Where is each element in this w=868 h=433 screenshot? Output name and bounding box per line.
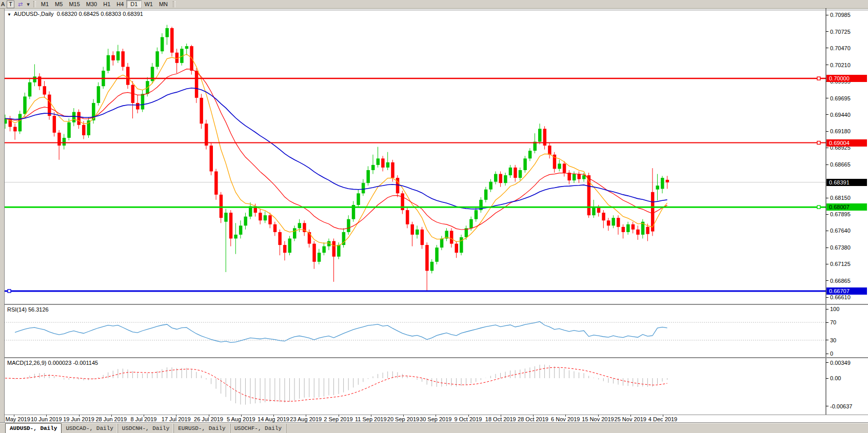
candle-body [661,178,664,189]
price-axis-tick: 0.66610 [830,294,851,300]
rsi-indicator-label: RSI(14) 56.3126 [7,306,49,313]
candle-body [421,230,424,245]
candle-body [116,51,120,60]
axis-tick-mark [826,340,828,340]
price-axis-tick: 0.70210 [830,62,851,68]
candle-body [632,224,635,230]
candle-body [371,165,375,170]
candle-body [377,158,380,165]
date-axis[interactable]: 31 May 201910 Jun 201919 Jun 201928 Jun … [0,415,868,422]
candle-body [416,230,419,235]
candle-body [484,190,488,200]
axis-tick-mark [826,231,828,231]
candle-body [494,174,498,182]
chart-tab-usdcnh[interactable]: USDCNH-, Daily [118,424,174,433]
axis-tick-mark [826,214,828,215]
price-axis-tick: 0.67380 [830,244,851,251]
candle-body [229,213,233,238]
candle-body [318,253,321,262]
axis-tick-mark [826,297,828,298]
rsi-axis-tick: 70 [830,319,836,325]
candle-body [523,158,527,170]
candle-body [582,175,586,179]
chart-canvas[interactable] [0,0,868,433]
candle-body [347,219,350,232]
line-drag-handle[interactable] [817,141,820,145]
line-drag-handle[interactable] [8,290,11,293]
candle-body [406,210,409,224]
date-axis-label: 10 Jun 2019 [31,416,62,422]
candle-body [234,235,238,239]
ohlc-readout: 0.68320 0.68425 0.68303 0.68391 [57,11,143,17]
candle-body [558,163,561,169]
candle-body [489,182,492,190]
chart-tab-bar: AUDUSD-, DailyUSDCAD-, DailyUSDCNH-, Dai… [0,422,868,433]
macd-panel [4,358,868,415]
macd-axis-tick: -0.00637 [830,403,852,409]
candle-body [602,213,605,220]
chart-tab-audusd[interactable]: AUDUSD-, Daily [5,423,62,433]
line-drag-handle[interactable] [817,77,820,80]
candle-body [499,174,503,183]
candle-body [563,163,566,173]
price-level-label: 0.66707 [826,287,867,295]
candle-body [72,112,76,122]
candle-body [126,67,130,85]
axis-tick-mark [826,406,828,406]
macd-axis-tick: 0.00 [830,375,841,381]
candle-body [48,95,51,116]
axis-tick-mark [826,198,828,198]
chart-tab-eurusd[interactable]: EURUSD-, Daily [174,424,230,433]
candle-body [509,168,512,175]
axis-tick-mark [826,48,828,48]
date-axis-label: 20 Sep 2019 [387,416,419,422]
mt4-terminal: { "toolbar": { "left_icon_a": "A", "left… [0,0,868,433]
line-drag-handle[interactable] [817,205,820,209]
chart-tab-usdcad[interactable]: USDCAD-, Daily [62,424,117,433]
price-axis-tick: 0.68665 [830,161,851,168]
candle-body [386,162,390,168]
candle-body [636,230,640,235]
candle-body [293,228,297,238]
rsi-axis-tick: 30 [830,337,836,343]
candle-body [528,151,532,158]
candle-body [244,217,247,226]
macd-axis-tick: 0.00349 [830,360,851,366]
candle-body [200,98,203,123]
axis-tick-mark [826,148,828,148]
candle-body [622,227,625,232]
date-axis-label: 17 Jul 2019 [162,416,191,422]
date-axis-label: 4 Dec 2019 [648,416,677,422]
candle-body [332,241,336,257]
candle-body [224,213,228,222]
date-axis-label: 23 Aug 2019 [290,416,322,422]
candle-body [23,96,27,114]
candle-body [185,46,189,49]
candle-body [646,227,649,234]
candle-body [33,76,36,82]
candle-body [57,133,61,146]
chart-tab-usdchf[interactable]: USDCHF-, Daily [230,424,286,433]
price-axis-tick: 0.67640 [830,228,851,234]
candle-body [357,193,360,205]
axis-tick-mark [826,264,828,264]
candle-body [107,55,110,71]
candle-body [165,28,169,37]
price-axis-tick: 0.70725 [830,29,851,35]
candle-body [77,112,81,125]
candle-body [666,180,669,182]
candle-body [278,232,282,245]
date-axis-label: 25 Nov 2019 [615,416,646,422]
candle-body [13,127,17,132]
candle-body [18,114,22,131]
price-axis-tick: 0.67125 [830,261,851,267]
price-axis-tick: 0.70985 [830,12,851,18]
price-level-label: 0.70000 [826,75,867,82]
candle-body [538,129,542,141]
candle-body [435,248,439,262]
candle-body [268,215,272,224]
candle-body [273,224,277,232]
candle-body [440,238,444,248]
symbol-dropdown-icon[interactable]: ▼ [7,12,11,17]
candle-body [97,86,101,103]
